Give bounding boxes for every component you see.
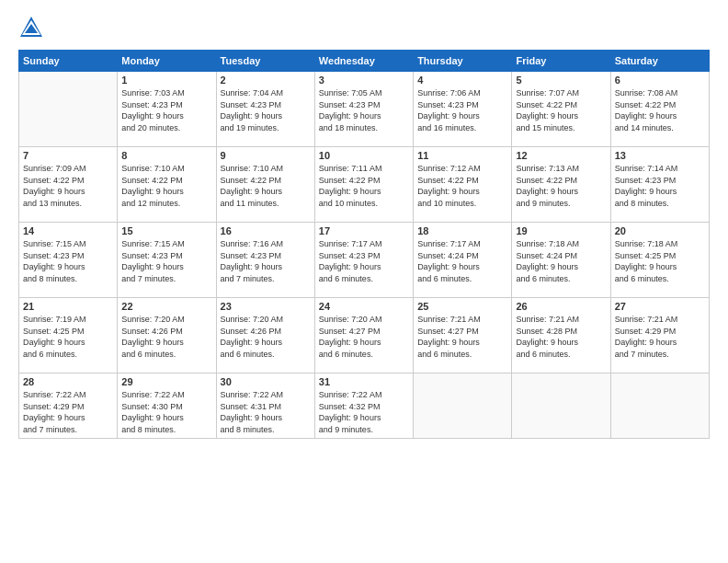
day-number: 10 <box>319 150 409 161</box>
day-info: Sunrise: 7:12 AMSunset: 4:22 PMDaylight:… <box>417 163 507 209</box>
day-info: Sunrise: 7:14 AMSunset: 4:23 PMDaylight:… <box>615 163 705 209</box>
weekday-header-wednesday: Wednesday <box>314 51 413 72</box>
calendar-cell: 23Sunrise: 7:20 AMSunset: 4:26 PMDayligh… <box>216 298 314 373</box>
logo-icon <box>18 15 44 40</box>
day-number: 31 <box>319 376 409 387</box>
calendar-cell: 24Sunrise: 7:20 AMSunset: 4:27 PMDayligh… <box>314 298 413 373</box>
week-row-3: 14Sunrise: 7:15 AMSunset: 4:23 PMDayligh… <box>19 223 710 298</box>
day-number: 14 <box>23 225 113 236</box>
calendar-cell: 18Sunrise: 7:17 AMSunset: 4:24 PMDayligh… <box>414 223 512 298</box>
day-info: Sunrise: 7:21 AMSunset: 4:28 PMDaylight:… <box>516 314 606 360</box>
calendar-cell: 6Sunrise: 7:08 AMSunset: 4:22 PMDaylight… <box>610 72 709 147</box>
day-info: Sunrise: 7:21 AMSunset: 4:27 PMDaylight:… <box>417 314 507 360</box>
calendar-cell: 5Sunrise: 7:07 AMSunset: 4:22 PMDaylight… <box>512 72 610 147</box>
day-number: 30 <box>221 376 311 387</box>
weekday-header-row: SundayMondayTuesdayWednesdayThursdayFrid… <box>19 51 710 72</box>
calendar-cell <box>610 373 709 439</box>
calendar-cell: 4Sunrise: 7:06 AMSunset: 4:23 PMDaylight… <box>414 72 512 147</box>
calendar-cell: 3Sunrise: 7:05 AMSunset: 4:23 PMDaylight… <box>314 72 413 147</box>
calendar-cell: 25Sunrise: 7:21 AMSunset: 4:27 PMDayligh… <box>414 298 512 373</box>
weekday-header-friday: Friday <box>512 51 610 72</box>
day-info: Sunrise: 7:08 AMSunset: 4:22 PMDaylight:… <box>615 87 705 133</box>
day-number: 19 <box>516 225 606 236</box>
day-info: Sunrise: 7:13 AMSunset: 4:22 PMDaylight:… <box>516 163 606 209</box>
day-info: Sunrise: 7:19 AMSunset: 4:25 PMDaylight:… <box>23 314 113 360</box>
day-number: 9 <box>221 150 311 161</box>
calendar-cell: 20Sunrise: 7:18 AMSunset: 4:25 PMDayligh… <box>610 223 709 298</box>
day-number: 1 <box>121 75 211 86</box>
day-number: 16 <box>221 225 311 236</box>
day-info: Sunrise: 7:18 AMSunset: 4:24 PMDaylight:… <box>516 238 606 284</box>
day-number: 4 <box>417 75 507 86</box>
day-number: 22 <box>121 301 211 312</box>
day-info: Sunrise: 7:07 AMSunset: 4:22 PMDaylight:… <box>516 87 606 133</box>
calendar-cell: 11Sunrise: 7:12 AMSunset: 4:22 PMDayligh… <box>414 147 512 223</box>
day-number: 29 <box>121 376 211 387</box>
calendar-cell: 14Sunrise: 7:15 AMSunset: 4:23 PMDayligh… <box>19 223 118 298</box>
calendar-cell: 21Sunrise: 7:19 AMSunset: 4:25 PMDayligh… <box>19 298 118 373</box>
weekday-header-sunday: Sunday <box>19 51 118 72</box>
day-number: 11 <box>417 150 507 161</box>
week-row-2: 7Sunrise: 7:09 AMSunset: 4:22 PMDaylight… <box>19 147 710 223</box>
day-number: 15 <box>121 225 211 236</box>
day-info: Sunrise: 7:20 AMSunset: 4:27 PMDaylight:… <box>319 314 409 360</box>
day-number: 12 <box>516 150 606 161</box>
day-number: 8 <box>121 150 211 161</box>
day-info: Sunrise: 7:05 AMSunset: 4:23 PMDaylight:… <box>319 87 409 133</box>
day-number: 7 <box>23 150 113 161</box>
calendar-cell: 13Sunrise: 7:14 AMSunset: 4:23 PMDayligh… <box>610 147 709 223</box>
calendar-table: SundayMondayTuesdayWednesdayThursdayFrid… <box>18 50 710 439</box>
calendar-cell: 2Sunrise: 7:04 AMSunset: 4:23 PMDaylight… <box>216 72 314 147</box>
day-info: Sunrise: 7:10 AMSunset: 4:22 PMDaylight:… <box>121 163 211 209</box>
calendar-cell: 12Sunrise: 7:13 AMSunset: 4:22 PMDayligh… <box>512 147 610 223</box>
calendar-cell: 19Sunrise: 7:18 AMSunset: 4:24 PMDayligh… <box>512 223 610 298</box>
day-number: 3 <box>319 75 409 86</box>
day-number: 5 <box>516 75 606 86</box>
day-info: Sunrise: 7:10 AMSunset: 4:22 PMDaylight:… <box>221 163 311 209</box>
calendar-cell: 15Sunrise: 7:15 AMSunset: 4:23 PMDayligh… <box>118 223 216 298</box>
day-number: 20 <box>615 225 705 236</box>
day-number: 27 <box>615 301 705 312</box>
calendar-cell: 16Sunrise: 7:16 AMSunset: 4:23 PMDayligh… <box>216 223 314 298</box>
day-info: Sunrise: 7:15 AMSunset: 4:23 PMDaylight:… <box>121 238 211 284</box>
calendar-cell: 28Sunrise: 7:22 AMSunset: 4:29 PMDayligh… <box>19 373 118 439</box>
day-info: Sunrise: 7:18 AMSunset: 4:25 PMDaylight:… <box>615 238 705 284</box>
day-number: 21 <box>23 301 113 312</box>
calendar-cell <box>414 373 512 439</box>
day-number: 24 <box>319 301 409 312</box>
day-number: 25 <box>417 301 507 312</box>
day-info: Sunrise: 7:17 AMSunset: 4:24 PMDaylight:… <box>417 238 507 284</box>
day-number: 28 <box>23 376 113 387</box>
week-row-4: 21Sunrise: 7:19 AMSunset: 4:25 PMDayligh… <box>19 298 710 373</box>
weekday-header-thursday: Thursday <box>414 51 512 72</box>
day-info: Sunrise: 7:21 AMSunset: 4:29 PMDaylight:… <box>615 314 705 360</box>
calendar-cell: 31Sunrise: 7:22 AMSunset: 4:32 PMDayligh… <box>314 373 413 439</box>
day-number: 26 <box>516 301 606 312</box>
calendar-cell: 29Sunrise: 7:22 AMSunset: 4:30 PMDayligh… <box>118 373 216 439</box>
day-info: Sunrise: 7:03 AMSunset: 4:23 PMDaylight:… <box>121 87 211 133</box>
header <box>18 15 710 40</box>
day-info: Sunrise: 7:20 AMSunset: 4:26 PMDaylight:… <box>121 314 211 360</box>
week-row-5: 28Sunrise: 7:22 AMSunset: 4:29 PMDayligh… <box>19 373 710 439</box>
week-row-1: 1Sunrise: 7:03 AMSunset: 4:23 PMDaylight… <box>19 72 710 147</box>
calendar-cell: 30Sunrise: 7:22 AMSunset: 4:31 PMDayligh… <box>216 373 314 439</box>
calendar-cell <box>512 373 610 439</box>
day-info: Sunrise: 7:22 AMSunset: 4:29 PMDaylight:… <box>23 389 113 435</box>
day-number: 6 <box>615 75 705 86</box>
day-info: Sunrise: 7:04 AMSunset: 4:23 PMDaylight:… <box>221 87 311 133</box>
day-info: Sunrise: 7:09 AMSunset: 4:22 PMDaylight:… <box>23 163 113 209</box>
day-number: 17 <box>319 225 409 236</box>
day-info: Sunrise: 7:22 AMSunset: 4:31 PMDaylight:… <box>221 389 311 435</box>
calendar-cell: 9Sunrise: 7:10 AMSunset: 4:22 PMDaylight… <box>216 147 314 223</box>
calendar-cell: 27Sunrise: 7:21 AMSunset: 4:29 PMDayligh… <box>610 298 709 373</box>
calendar-cell: 26Sunrise: 7:21 AMSunset: 4:28 PMDayligh… <box>512 298 610 373</box>
day-info: Sunrise: 7:17 AMSunset: 4:23 PMDaylight:… <box>319 238 409 284</box>
calendar-cell: 22Sunrise: 7:20 AMSunset: 4:26 PMDayligh… <box>118 298 216 373</box>
weekday-header-saturday: Saturday <box>610 51 709 72</box>
day-info: Sunrise: 7:15 AMSunset: 4:23 PMDaylight:… <box>23 238 113 284</box>
day-number: 23 <box>221 301 311 312</box>
calendar-cell: 1Sunrise: 7:03 AMSunset: 4:23 PMDaylight… <box>118 72 216 147</box>
day-info: Sunrise: 7:20 AMSunset: 4:26 PMDaylight:… <box>221 314 311 360</box>
day-number: 2 <box>221 75 311 86</box>
calendar-cell: 8Sunrise: 7:10 AMSunset: 4:22 PMDaylight… <box>118 147 216 223</box>
